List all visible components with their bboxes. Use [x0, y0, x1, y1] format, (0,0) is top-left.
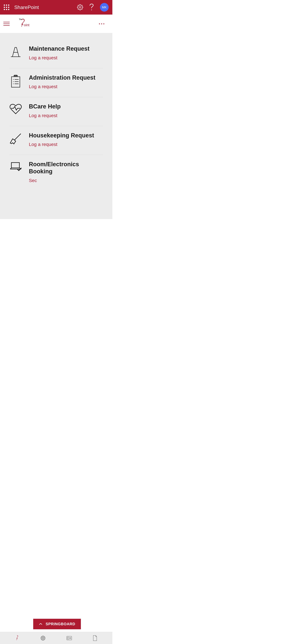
request-item-administration: Administration Request Log a request	[9, 68, 103, 97]
request-link[interactable]: Log a request	[29, 142, 94, 147]
help-icon[interactable]	[89, 4, 94, 11]
content-area: Maintenance Request Log a request	[0, 33, 112, 219]
request-item-maintenance: Maintenance Request Log a request	[9, 39, 103, 68]
avatar-initials: MK	[102, 6, 107, 9]
more-menu-icon[interactable]	[99, 24, 109, 24]
svg-line-10	[15, 134, 21, 140]
sub-header-left: The oint	[4, 17, 31, 31]
logo-prefix-text: The	[19, 18, 22, 20]
request-title: BCare Help	[29, 103, 61, 110]
app-launcher-icon[interactable]	[4, 4, 9, 10]
site-logo[interactable]: The oint	[16, 17, 31, 31]
request-item-bcare: BCare Help Log a request	[9, 97, 103, 126]
sub-header: The oint	[0, 14, 112, 33]
svg-point-0	[79, 6, 81, 8]
request-text: Administration Request Log a request	[29, 74, 95, 90]
request-link[interactable]: Log a request	[29, 84, 95, 89]
request-text: Room/Electronics Booking Sec	[29, 161, 103, 183]
broom-icon	[9, 132, 22, 145]
request-item-room-booking: Room/Electronics Booking Sec	[9, 155, 103, 191]
request-link[interactable]: Log a request	[29, 55, 90, 60]
request-title: Room/Electronics Booking	[29, 161, 103, 175]
request-link[interactable]: Sec	[29, 178, 103, 183]
clipboard-icon	[9, 74, 22, 87]
svg-rect-2	[12, 77, 20, 87]
top-header-left: SharePoint	[4, 4, 39, 10]
heart-pulse-icon	[9, 103, 22, 116]
request-text: BCare Help Log a request	[29, 103, 61, 118]
request-item-housekeeping: Housekeeping Request Log a request	[9, 126, 103, 155]
request-text: Maintenance Request Log a request	[29, 45, 90, 60]
app-title[interactable]: SharePoint	[14, 4, 39, 10]
svg-rect-11	[11, 163, 19, 168]
request-title: Maintenance Request	[29, 45, 90, 52]
request-list: Maintenance Request Log a request	[0, 33, 112, 191]
top-header-right: MK	[77, 3, 109, 12]
laptop-check-icon	[9, 161, 22, 174]
request-title: Housekeeping Request	[29, 132, 94, 139]
settings-icon[interactable]	[77, 4, 83, 10]
request-text: Housekeeping Request Log a request	[29, 132, 94, 147]
request-title: Administration Request	[29, 74, 95, 81]
request-link[interactable]: Log a request	[29, 113, 61, 118]
avatar[interactable]: MK	[100, 3, 109, 12]
hamburger-menu-icon[interactable]	[4, 22, 10, 26]
logo-suffix-text: oint	[24, 23, 29, 27]
top-header: SharePoint MK	[0, 0, 112, 14]
cone-icon	[9, 45, 22, 58]
svg-point-1	[91, 10, 92, 10]
